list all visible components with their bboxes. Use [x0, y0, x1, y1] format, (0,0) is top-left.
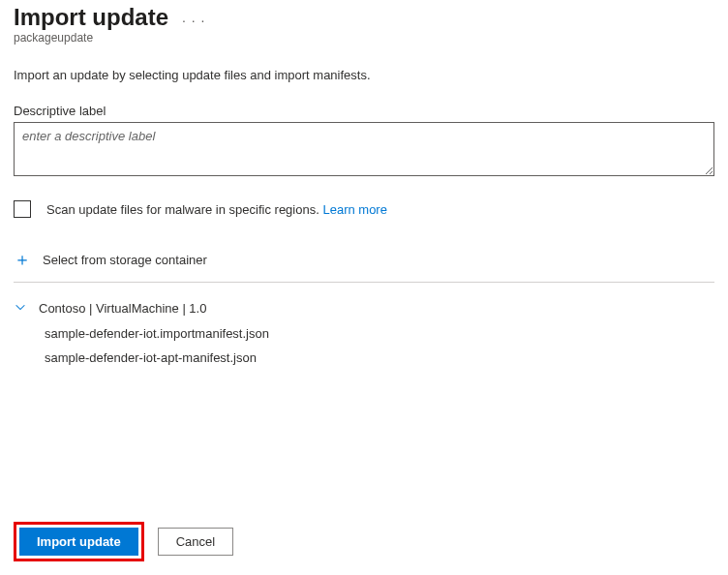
- scan-malware-checkbox[interactable]: [14, 200, 31, 218]
- list-item: sample-defender-iot-apt-manifest.json: [45, 350, 714, 365]
- scan-malware-label: Scan update files for malware in specifi…: [46, 202, 387, 217]
- update-group-title: Contoso | VirtualMachine | 1.0: [39, 301, 206, 316]
- divider: [14, 282, 714, 283]
- import-update-button[interactable]: Import update: [19, 528, 138, 556]
- select-storage-button[interactable]: ＋ Select from storage container: [14, 251, 714, 282]
- learn-more-link[interactable]: Learn more: [322, 202, 386, 217]
- resource-subtitle: packageupdate: [14, 31, 714, 45]
- intro-text: Import an update by selecting update fil…: [14, 68, 714, 82]
- select-storage-label: Select from storage container: [43, 253, 207, 267]
- list-item: sample-defender-iot.importmanifest.json: [45, 326, 714, 341]
- page-title: Import update: [14, 4, 168, 31]
- chevron-down-icon: [14, 300, 27, 317]
- highlight-annotation: Import update: [14, 522, 144, 561]
- descriptive-input[interactable]: [14, 122, 714, 176]
- plus-icon: ＋: [14, 251, 31, 268]
- more-icon[interactable]: · · ·: [182, 7, 205, 28]
- cancel-button[interactable]: Cancel: [158, 528, 233, 556]
- update-group-row[interactable]: Contoso | VirtualMachine | 1.0: [14, 300, 714, 317]
- descriptive-label: Descriptive label: [14, 104, 714, 118]
